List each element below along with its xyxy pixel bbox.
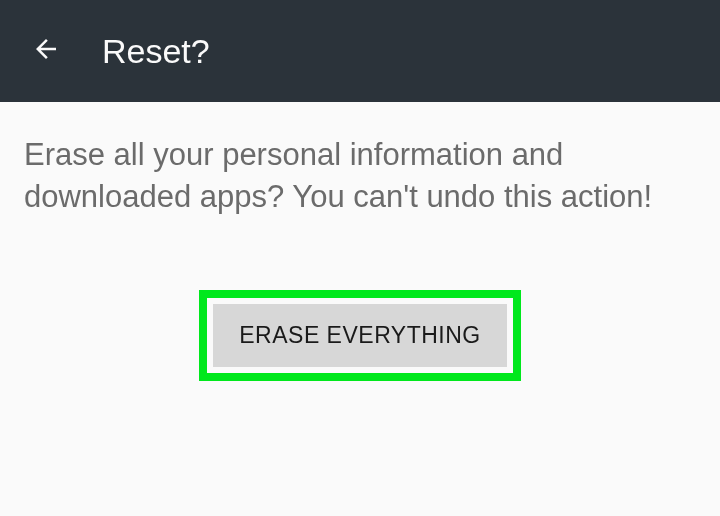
content-area: Erase all your personal information and … <box>0 102 720 381</box>
arrow-back-icon <box>31 34 61 68</box>
erase-everything-button[interactable]: ERASE EVERYTHING <box>213 304 506 367</box>
highlight-frame: ERASE EVERYTHING <box>199 290 520 381</box>
warning-message: Erase all your personal information and … <box>24 134 696 218</box>
button-container: ERASE EVERYTHING <box>24 290 696 381</box>
back-button[interactable] <box>30 35 62 67</box>
app-header: Reset? <box>0 0 720 102</box>
page-title: Reset? <box>102 32 210 71</box>
